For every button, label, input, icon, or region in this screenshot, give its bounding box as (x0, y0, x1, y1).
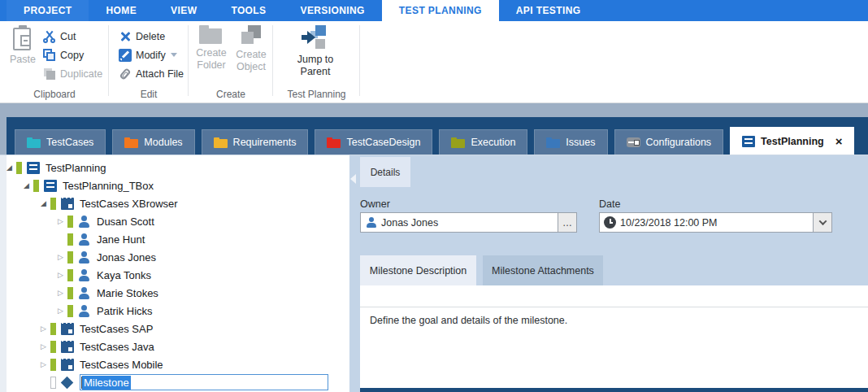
window-strip (0, 103, 868, 117)
workspace-tab-issues[interactable]: Issues (534, 129, 607, 155)
rename-input[interactable]: Milestone (80, 374, 328, 390)
calendar-icon (61, 323, 74, 335)
tree-row-jonas-jones[interactable]: ▷Jonas Jones (0, 248, 349, 266)
create-folder-button[interactable]: Create Folder (193, 25, 230, 72)
workspace-tab-label: TestPlanning (761, 136, 824, 147)
workspace-tab-requirements[interactable]: Requirements (202, 129, 309, 155)
create-object-button[interactable]: Create Object (232, 25, 270, 73)
folder-icon (546, 137, 560, 148)
person-icon (78, 305, 91, 317)
expander-expanded-icon[interactable]: ◢ (38, 199, 49, 207)
create-object-label: Create Object (232, 49, 270, 73)
modify-label: Modify (136, 50, 166, 61)
test-planning-tree: ◢TestPlanning◢TestPlanning_TBox◢TestCase… (0, 159, 349, 391)
menu-item-test-planning[interactable]: TEST PLANNING (382, 0, 499, 21)
main-area: ◢TestPlanning◢TestPlanning_TBox◢TestCase… (0, 155, 868, 392)
details-panel: Details Owner Date Jonas Jones … 10/23/2… (349, 155, 868, 392)
tree-row-testcases-java[interactable]: ▷TestCases Java (0, 338, 349, 355)
test-planning-group-title: Test Planning (273, 89, 360, 100)
expander-collapsed-icon[interactable]: ▷ (55, 253, 66, 261)
workspace-tab-testcases[interactable]: TestCases (15, 129, 106, 155)
workspace-tab-configurations[interactable]: Configurations (614, 129, 724, 155)
copy-button[interactable]: Copy (42, 46, 102, 64)
modify-dropdown-icon[interactable] (171, 53, 177, 57)
menu-item-home[interactable]: HOME (89, 0, 154, 21)
milestone-description-content[interactable]: Define the goal and details of the miles… (360, 285, 868, 388)
tree-item-label: TestPlanning (46, 162, 106, 174)
menu-item-tools[interactable]: TOOLS (214, 0, 283, 21)
date-field[interactable]: 10/23/2018 12:00 PM (599, 212, 832, 233)
workspace-tab-bar: TestCasesModulesRequirementsTestCaseDesi… (0, 117, 868, 155)
status-bar-green (50, 359, 56, 371)
tree-item-label: TestPlanning_TBox (63, 180, 154, 192)
tree-item-label: Kaya Tonks (97, 269, 151, 281)
status-bar-green (67, 251, 73, 264)
owner-browse-button[interactable]: … (558, 213, 576, 232)
modify-button[interactable]: Modify (119, 46, 184, 64)
expander-collapsed-icon[interactable]: ▷ (38, 360, 49, 368)
tree-row-testcases-mobile[interactable]: ▷TestCases Mobile (0, 355, 349, 373)
cut-button[interactable]: Cut (42, 27, 102, 46)
status-bar-green (33, 180, 39, 192)
paste-button[interactable]: Paste (5, 25, 41, 66)
expander-collapsed-icon[interactable]: ▷ (55, 271, 66, 279)
date-dropdown-button[interactable] (813, 213, 831, 232)
workspace-tab-modules[interactable]: Modules (112, 129, 194, 155)
duplicate-label: Duplicate (60, 68, 102, 80)
workspace-tab-label: Issues (566, 137, 595, 148)
status-bar-green (67, 305, 73, 317)
tree-row-kaya-tonks[interactable]: ▷Kaya Tonks (0, 266, 349, 284)
menu-item-view[interactable]: VIEW (154, 0, 214, 21)
owner-field[interactable]: Jonas Jones … (360, 212, 577, 233)
tree-row-jane-hunt[interactable]: Jane Hunt (0, 230, 349, 248)
tab-milestone-attachments[interactable]: Milestone Attachments (483, 255, 603, 285)
duplicate-button[interactable]: Duplicate (42, 64, 102, 83)
content-divider (360, 307, 868, 307)
test-planning-list-icon (742, 136, 755, 147)
tree-row-testplanning_tbox[interactable]: ◢TestPlanning_TBox (0, 176, 349, 194)
jump-to-parent-icon (302, 25, 329, 51)
workspace-tab-testcasedesign[interactable]: TestCaseDesign (315, 129, 432, 155)
attach-file-button[interactable]: Attach File (119, 64, 184, 83)
tab-milestone-description[interactable]: Milestone Description (360, 255, 476, 285)
duplicate-icon (42, 68, 56, 81)
workspace-tab-execution[interactable]: Execution (439, 129, 527, 155)
tree-row-patrik-hicks[interactable]: ▷Patrik Hicks (0, 302, 349, 320)
tree-row-marie-stokes[interactable]: ▷Marie Stokes (0, 284, 349, 302)
folder-icon (27, 137, 41, 148)
tree-row-milestone[interactable]: Milestone (0, 373, 349, 391)
paste-label: Paste (10, 54, 36, 66)
expander-expanded-icon[interactable]: ◢ (4, 163, 15, 172)
list-icon (44, 180, 57, 192)
expander-collapsed-icon[interactable]: ▷ (38, 324, 49, 333)
person-icon (78, 287, 91, 299)
jump-to-parent-button[interactable]: Jump to Parent (291, 25, 340, 78)
person-icon (78, 251, 91, 264)
close-tab-icon[interactable]: × (835, 135, 843, 147)
delete-button[interactable]: Delete (119, 27, 184, 46)
collapse-panel-arrow-icon[interactable] (350, 174, 356, 184)
tree-row-dusan-scott[interactable]: ▷Dusan Scott (0, 212, 349, 230)
expander-collapsed-icon[interactable]: ▷ (38, 342, 49, 351)
person-icon (78, 233, 91, 246)
create-folder-icon (199, 25, 224, 45)
expander-collapsed-icon[interactable]: ▷ (55, 307, 66, 315)
workspace-tab-testplanning[interactable]: TestPlanning× (730, 127, 854, 155)
expander-collapsed-icon[interactable]: ▷ (55, 289, 66, 297)
expander-collapsed-icon[interactable]: ▷ (55, 217, 66, 225)
folder-icon (327, 137, 341, 148)
tree-row-testcases-sap[interactable]: ▷TestCases SAP (0, 320, 349, 338)
tree-row-testcases-xbrowser[interactable]: ◢TestCases XBrowser (0, 194, 349, 212)
folder-icon (124, 137, 138, 148)
tree-row-testplanning[interactable]: ◢TestPlanning (0, 159, 349, 176)
menu-item-api-testing[interactable]: API TESTING (499, 0, 598, 21)
expander-expanded-icon[interactable]: ◢ (21, 181, 32, 189)
cut-icon (42, 30, 56, 43)
status-bar-green (50, 341, 56, 353)
modify-icon (119, 49, 132, 62)
menu-item-versioning[interactable]: VERSIONING (284, 0, 382, 21)
details-tab[interactable]: Details (360, 157, 410, 187)
status-bar-green (16, 162, 22, 174)
workspace-tab-label: TestCaseDesign (346, 137, 420, 148)
menu-item-project[interactable]: PROJECT (7, 0, 89, 21)
